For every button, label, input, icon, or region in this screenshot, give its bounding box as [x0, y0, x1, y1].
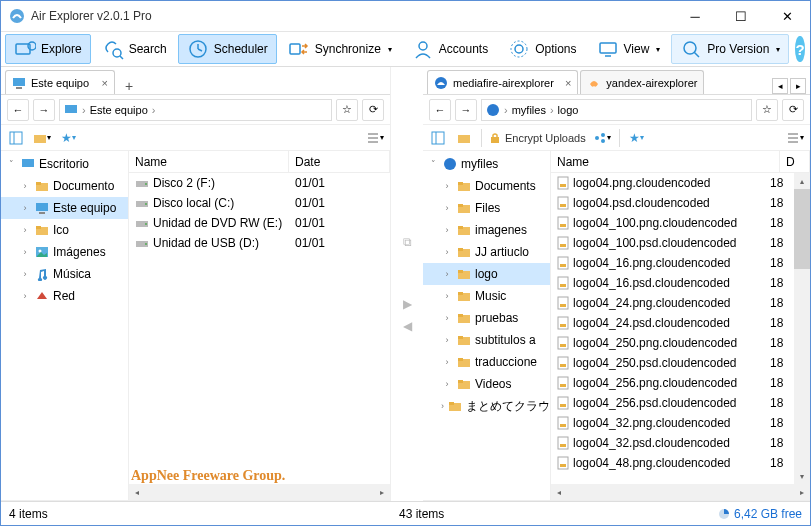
list-item[interactable]: logo04.psd.cloudencoded18 [551, 193, 794, 213]
share-button[interactable]: ▾ [591, 128, 613, 148]
tree-node[interactable]: ›Imágenes [1, 241, 128, 263]
tree-node[interactable]: ›Videos [423, 373, 550, 395]
view-mode-button[interactable]: ▾ [784, 128, 806, 148]
tree-root[interactable]: ˅Escritorio [1, 153, 128, 175]
panel-button[interactable] [5, 128, 27, 148]
left-columns[interactable]: Name Date [129, 151, 390, 173]
right-file-list[interactable]: logo04.png.cloudencoded18logo04.psd.clou… [551, 173, 794, 484]
h-scrollbar[interactable]: ◂▸ [129, 484, 390, 500]
tree-node[interactable]: ›imagenes [423, 219, 550, 241]
drive-icon [135, 236, 149, 250]
favorite-button[interactable]: ☆ [336, 99, 358, 121]
minimize-button[interactable]: ─ [672, 1, 718, 31]
list-item[interactable]: logo04_100.psd.cloudencoded18 [551, 233, 794, 253]
h-scrollbar[interactable]: ◂▸ [551, 484, 810, 500]
list-item[interactable]: Unidad de USB (D:)01/01 [129, 233, 390, 253]
left-tree[interactable]: ˅Escritorio ›Documento›Este equipo›Ico›I… [1, 151, 129, 500]
back-button[interactable]: ← [7, 99, 29, 121]
tabs-scroll-right[interactable]: ▸ [790, 78, 806, 94]
list-item[interactable]: logo04_32.psd.cloudencoded18 [551, 433, 794, 453]
new-folder-button[interactable] [453, 128, 475, 148]
tree-node[interactable]: ›まとめてクラウ [423, 395, 550, 417]
favorites-button[interactable]: ★▾ [626, 128, 648, 148]
left-file-list[interactable]: Disco 2 (F:)01/01Disco local (C:)01/01Un… [129, 173, 390, 484]
tree-node[interactable]: ›logo [423, 263, 550, 285]
tree-root[interactable]: ˅myfiles [423, 153, 550, 175]
tabs-scroll-left[interactable]: ◂ [772, 78, 788, 94]
transfer-right-icon[interactable]: ▶ [403, 297, 412, 311]
tree-node[interactable]: ›subtitulos a [423, 329, 550, 351]
favorites-button[interactable]: ★▾ [57, 128, 79, 148]
tree-node[interactable]: ›Documento [1, 175, 128, 197]
right-tree[interactable]: ˅myfiles ›Documents›Files›imagenes›JJ ar… [423, 151, 551, 500]
tree-node[interactable]: ›Files [423, 197, 550, 219]
tab-mediafire[interactable]: mediafire-airexplorer × [427, 70, 578, 94]
view-mode-button[interactable]: ▾ [364, 128, 386, 148]
panel-button[interactable] [427, 128, 449, 148]
column-name[interactable]: Name [129, 151, 289, 172]
synchronize-button[interactable]: Synchronize▾ [279, 34, 401, 64]
mediafire-icon [443, 157, 457, 171]
tree-node[interactable]: ›traduccione [423, 351, 550, 373]
breadcrumb[interactable]: › myfiles › logo [481, 99, 752, 121]
transfer-left-icon[interactable]: ◀ [403, 319, 412, 333]
refresh-button[interactable]: ⟳ [362, 99, 384, 121]
options-button[interactable]: Options [499, 34, 585, 64]
lock-icon[interactable]: Encrypt Uploads [488, 128, 587, 148]
favorite-button[interactable]: ☆ [756, 99, 778, 121]
list-item[interactable]: Unidad de DVD RW (E:)01/01 [129, 213, 390, 233]
list-item[interactable]: Disco 2 (F:)01/01 [129, 173, 390, 193]
tree-node[interactable]: ›Este equipo [1, 197, 128, 219]
close-tab-icon[interactable]: × [559, 77, 571, 89]
tree-node[interactable]: ›Music [423, 285, 550, 307]
list-item[interactable]: logo04_250.psd.cloudencoded18 [551, 353, 794, 373]
back-button[interactable]: ← [429, 99, 451, 121]
tab-este-equipo[interactable]: Este equipo × [5, 70, 115, 94]
pro-version-button[interactable]: Pro Version▾ [671, 34, 789, 64]
music-icon [35, 267, 49, 281]
view-button[interactable]: View▾ [588, 34, 670, 64]
close-button[interactable]: ✕ [764, 1, 810, 31]
search-button[interactable]: Search [93, 34, 176, 64]
right-tabstrip: mediafire-airexplorer × yandex-airexplor… [423, 67, 810, 95]
tree-node[interactable]: ›JJ artiuclo [423, 241, 550, 263]
tree-node[interactable]: ›Red [1, 285, 128, 307]
list-item[interactable]: logo04_256.png.cloudencoded18 [551, 373, 794, 393]
list-item[interactable]: logo04_250.png.cloudencoded18 [551, 333, 794, 353]
list-item[interactable]: logo04_24.png.cloudencoded18 [551, 293, 794, 313]
column-date[interactable]: Date [289, 151, 390, 172]
forward-button[interactable]: → [33, 99, 55, 121]
v-scrollbar[interactable]: ▴▾ [794, 173, 810, 484]
tree-node[interactable]: ›Documents [423, 175, 550, 197]
column-d[interactable]: D [780, 151, 810, 172]
list-item[interactable]: logo04_100.png.cloudencoded18 [551, 213, 794, 233]
maximize-button[interactable]: ☐ [718, 1, 764, 31]
column-name[interactable]: Name [551, 151, 780, 172]
list-item[interactable]: Disco local (C:)01/01 [129, 193, 390, 213]
list-item[interactable]: logo04_24.psd.cloudencoded18 [551, 313, 794, 333]
refresh-button[interactable]: ⟳ [782, 99, 804, 121]
list-item[interactable]: logo04_32.png.cloudencoded18 [551, 413, 794, 433]
new-folder-button[interactable]: ▾ [31, 128, 53, 148]
tree-node[interactable]: ›Música [1, 263, 128, 285]
svg-rect-97 [558, 377, 568, 389]
list-item[interactable]: logo04_48.png.cloudencoded18 [551, 453, 794, 473]
accounts-button[interactable]: Accounts [403, 34, 497, 64]
tree-node[interactable]: ›pruebas [423, 307, 550, 329]
tab-yandex[interactable]: yandex-airexplorer [580, 70, 704, 94]
scheduler-button[interactable]: Scheduler [178, 34, 277, 64]
close-tab-icon[interactable]: × [96, 77, 108, 89]
forward-button[interactable]: → [455, 99, 477, 121]
help-button[interactable]: ? [795, 36, 804, 62]
explore-button[interactable]: Explore [5, 34, 91, 64]
tree-node[interactable]: ›Ico [1, 219, 128, 241]
list-item[interactable]: logo04.png.cloudencoded18 [551, 173, 794, 193]
right-columns[interactable]: Name D [551, 151, 810, 173]
svg-rect-72 [458, 358, 463, 361]
list-item[interactable]: logo04_16.png.cloudencoded18 [551, 253, 794, 273]
link-icon[interactable]: ⧉ [403, 235, 412, 249]
list-item[interactable]: logo04_16.psd.cloudencoded18 [551, 273, 794, 293]
new-tab-button[interactable]: + [117, 78, 141, 94]
breadcrumb[interactable]: › Este equipo › [59, 99, 332, 121]
list-item[interactable]: logo04_256.psd.cloudencoded18 [551, 393, 794, 413]
